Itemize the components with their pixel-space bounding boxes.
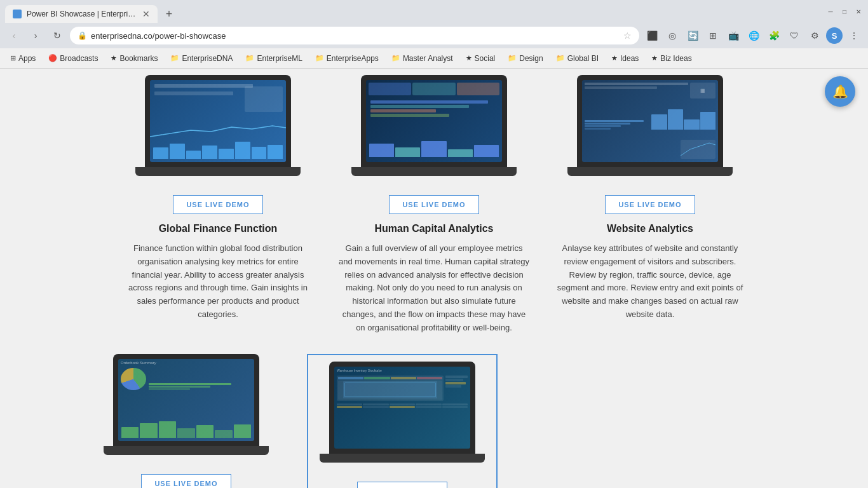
demo-button-human[interactable]: USE LIVE DEMO bbox=[389, 195, 478, 214]
card-manufacturing: Orderbook Summary bbox=[91, 354, 281, 488]
bookmark-edna-label: EnterpriseDNA bbox=[182, 54, 233, 63]
bookmark-star-icon[interactable]: ☆ bbox=[623, 30, 632, 41]
laptop-base-website bbox=[567, 167, 733, 176]
address-bar: ‹ › ↻ 🔒 enterprisedna.co/power-bi-showca… bbox=[0, 23, 868, 48]
demo-button-inventory[interactable]: USE LIVE DEMO bbox=[357, 482, 447, 488]
bookmark-social[interactable]: ★ Social bbox=[461, 52, 501, 65]
close-button[interactable]: ✕ bbox=[854, 7, 863, 16]
menu-icon[interactable]: ⋮ bbox=[845, 27, 863, 44]
bookmark-bookmarks-label: Bookmarks bbox=[119, 54, 158, 63]
laptop-wrapper-human bbox=[351, 75, 517, 186]
extensions-icon[interactable]: ⬛ bbox=[643, 27, 661, 44]
back-button[interactable]: ‹ bbox=[5, 27, 23, 44]
edna-bm-icon: 📁 bbox=[170, 54, 179, 62]
card-desc-finance: Finance function within global food dist… bbox=[123, 242, 313, 322]
bookmark-global-bi[interactable]: 📁 Global BI bbox=[551, 52, 604, 65]
bookmark-enterpriseapps[interactable]: 📁 EnterpriseApps bbox=[310, 52, 384, 65]
bookmark-gbi-label: Global BI bbox=[567, 54, 599, 63]
bookmark-ideas[interactable]: ★ Ideas bbox=[606, 52, 644, 65]
bookmarks-bar: ⊞ Apps 🔴 Broadcasts ★ Bookmarks 📁 Enterp… bbox=[0, 48, 868, 69]
dashboard-vis-inventory: Warehouse Inventory Stocktake bbox=[334, 367, 470, 449]
card-website-analytics: ▦ bbox=[555, 75, 745, 335]
bookmark-design[interactable]: 📁 Design bbox=[503, 52, 548, 65]
eapps-bm-icon: 📁 bbox=[315, 54, 324, 62]
bookmark-enterpriseml[interactable]: 📁 EnterpriseML bbox=[240, 52, 307, 65]
laptop-wrapper-mfg: Orderbook Summary bbox=[104, 354, 269, 465]
refresh-button[interactable]: ↻ bbox=[48, 27, 66, 44]
settings2-icon[interactable]: ⚙ bbox=[806, 27, 824, 44]
url-text: enterprisedna.co/power-bi-showcase bbox=[91, 31, 620, 41]
bookmark-enterprisedna[interactable]: 📁 EnterpriseDNA bbox=[165, 52, 238, 65]
bookmark-apps-label: Apps bbox=[18, 54, 36, 63]
sync-icon[interactable]: 🔄 bbox=[684, 27, 702, 44]
top-cards-row: USE LIVE DEMO Global Finance Function Fi… bbox=[53, 69, 815, 335]
laptop-wrapper-website: ▦ bbox=[567, 75, 733, 186]
laptop-base-finance bbox=[135, 167, 301, 176]
laptop-mockup-mfg: Orderbook Summary bbox=[113, 354, 259, 446]
laptop-mockup-inventory: Warehouse Inventory Stocktake bbox=[329, 362, 475, 454]
lock-icon: 🔒 bbox=[78, 31, 87, 40]
dashboard-vis-human bbox=[366, 80, 502, 162]
url-bar[interactable]: 🔒 enterprisedna.co/power-bi-showcase ☆ bbox=[70, 27, 639, 44]
laptop-screen-website: ▦ bbox=[582, 80, 718, 162]
laptop-screen-mfg: Orderbook Summary bbox=[118, 359, 254, 441]
maximize-button[interactable]: □ bbox=[840, 7, 849, 16]
active-tab[interactable]: Power BI Showcase | Enterprise D... ✕ bbox=[5, 5, 158, 23]
bottom-cards-row: Orderbook Summary bbox=[53, 354, 815, 488]
laptop-mockup-finance bbox=[145, 75, 291, 167]
laptop-mockup-website: ▦ bbox=[577, 75, 723, 167]
card-title-website: Website Analytics bbox=[607, 223, 693, 234]
ideas-bm-icon: ★ bbox=[611, 54, 618, 62]
forward-button[interactable]: › bbox=[27, 27, 44, 44]
new-tab-button[interactable]: + bbox=[160, 5, 178, 23]
ma-bm-icon: 📁 bbox=[391, 54, 400, 62]
demo-button-website[interactable]: USE LIVE DEMO bbox=[605, 195, 695, 214]
broadcasts-bm-icon: 🔴 bbox=[48, 54, 57, 62]
bookmark-apps[interactable]: ⊞ Apps bbox=[5, 52, 41, 65]
card-title-human: Human Capital Analytics bbox=[374, 223, 493, 234]
tab-title: Power BI Showcase | Enterprise D... bbox=[27, 10, 137, 18]
bookmark-eapps-label: EnterpriseApps bbox=[327, 54, 379, 63]
demo-button-mfg[interactable]: USE LIVE DEMO bbox=[141, 474, 231, 488]
laptop-base-inventory bbox=[320, 454, 485, 463]
chrome-icon[interactable]: ◎ bbox=[663, 27, 681, 44]
bookmark-broadcasts[interactable]: 🔴 Broadcasts bbox=[43, 52, 103, 65]
bookmark-ma-label: Master Analyst bbox=[403, 54, 453, 63]
notification-bell[interactable]: 🔔 bbox=[825, 76, 855, 107]
laptop-base-human bbox=[351, 167, 517, 176]
bookmarks-bm-icon: ★ bbox=[111, 54, 117, 62]
apps-bm-icon: ⊞ bbox=[10, 54, 16, 62]
bookmark-eml-label: EnterpriseML bbox=[257, 54, 302, 63]
social-bm-icon: ★ bbox=[466, 54, 472, 62]
laptop-wrapper-inventory: Warehouse Inventory Stocktake bbox=[320, 362, 485, 473]
dashboard-vis-website: ▦ bbox=[582, 80, 718, 162]
page-content[interactable]: 🔔 bbox=[0, 69, 868, 488]
eml-bm-icon: 📁 bbox=[245, 54, 254, 62]
toolbar-icons: ⬛ ◎ 🔄 ⊞ 📺 🌐 🧩 🛡 ⚙ S ⋮ bbox=[643, 27, 863, 44]
card-inventory: Warehouse Inventory Stocktake bbox=[307, 354, 498, 488]
bookmark-social-label: Social bbox=[475, 54, 496, 63]
tab-close-button[interactable]: ✕ bbox=[142, 10, 150, 18]
extensions2-icon[interactable]: 🧩 bbox=[765, 27, 783, 44]
card-title-finance: Global Finance Function bbox=[159, 223, 278, 234]
adblock-icon[interactable]: 🛡 bbox=[785, 27, 803, 44]
apps-icon[interactable]: ⊞ bbox=[704, 27, 722, 44]
minimize-button[interactable]: ─ bbox=[826, 7, 835, 16]
dashboard-vis-mfg: Orderbook Summary bbox=[118, 359, 254, 441]
bookmark-bookmarks[interactable]: ★ Bookmarks bbox=[105, 52, 163, 65]
bookmark-biz-ideas[interactable]: ★ Biz Ideas bbox=[646, 52, 696, 65]
cast-icon[interactable]: 📺 bbox=[724, 27, 742, 44]
card-global-finance: USE LIVE DEMO Global Finance Function Fi… bbox=[123, 75, 313, 335]
bookmark-master-analyst[interactable]: 📁 Master Analyst bbox=[386, 52, 458, 65]
browser-frame: Power BI Showcase | Enterprise D... ✕ + … bbox=[0, 0, 868, 488]
card-human-capital: USE LIVE DEMO Human Capital Analytics Ga… bbox=[339, 75, 529, 335]
demo-button-finance[interactable]: USE LIVE DEMO bbox=[173, 195, 262, 214]
design-bm-icon: 📁 bbox=[508, 54, 517, 62]
translate-icon[interactable]: 🌐 bbox=[745, 27, 763, 44]
laptop-base-mfg bbox=[104, 446, 269, 455]
card-desc-website: Anlayse key attributes of website and co… bbox=[555, 242, 745, 322]
bookmark-design-label: Design bbox=[519, 54, 543, 63]
laptop-mockup-human bbox=[361, 75, 507, 167]
laptop-wrapper-finance bbox=[135, 75, 301, 186]
profile-avatar[interactable]: S bbox=[826, 27, 843, 44]
